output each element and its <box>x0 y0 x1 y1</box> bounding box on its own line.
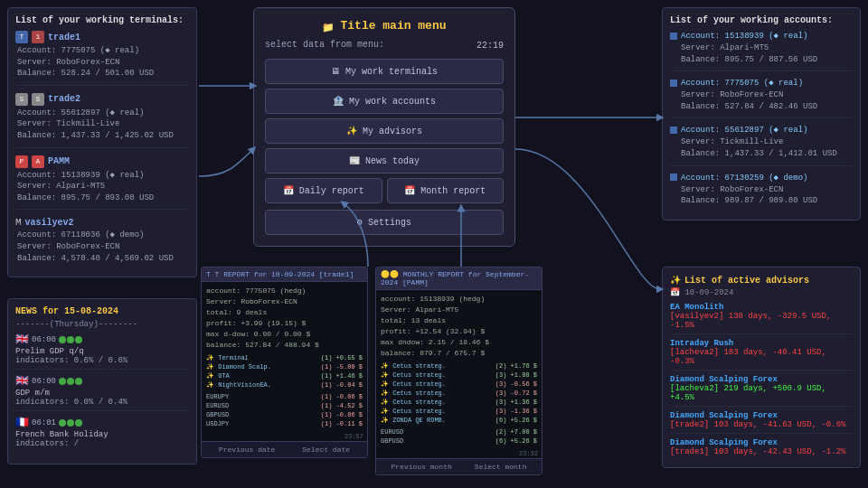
advisor-name: Diamond Scalping Forex <box>670 438 853 447</box>
terminal-item: M vasilyev2 Account: 67118036 (◆ demo) S… <box>15 217 189 269</box>
monthly-label: Month report <box>420 186 486 196</box>
folder-icon: 📁 <box>322 22 335 33</box>
news-item: 🇬🇧 06:00 GDP m/m indicators: 0.0% / 0.4% <box>15 374 189 411</box>
news-dots <box>59 378 82 385</box>
daily-report-button[interactable]: 📅 Daily report <box>265 178 382 203</box>
pair-name: EURUSD <box>206 402 229 409</box>
advisors-title: ✨ List of active advisors <box>670 275 853 286</box>
report-line: balance: 879.7 / 675.7 $ <box>381 348 537 359</box>
news-indicator: indicators: 0.6% / 0.6% <box>15 356 189 365</box>
advisor-name: ✨ Cetus strateg. <box>381 362 446 370</box>
accounts-menu-icon: 🏦 <box>333 96 344 107</box>
daily-report-header: T T REPORT for 10-09-2024 [trade1] <box>202 267 367 282</box>
pair-name: EURUSD <box>381 428 403 436</box>
settings-button[interactable]: ⚙ Settings <box>265 210 504 235</box>
select-date-button[interactable]: Select date <box>302 446 350 454</box>
report-line: balance: 527.84 / 488.94 $ <box>206 340 363 351</box>
advisor-name: ✨ GTA <box>206 372 230 380</box>
report-line: profit: +3.99 (19.15) $ <box>206 318 363 329</box>
account-name: Account: 7775075 (◆ real) <box>681 78 803 88</box>
monthly-report-title: MONTHLY REPORT for September-2024 [PAMM] <box>381 270 529 286</box>
left-terminals-panel: List of your working terminals: T 1 trad… <box>7 7 197 277</box>
pair-row: USDJPY (1) -0.11 $ <box>206 419 363 428</box>
select-month-button[interactable]: Select month <box>475 463 527 471</box>
advisor-val: (3) -0.56 $ <box>495 380 537 388</box>
advisor-val: (1) -5.08 $ <box>321 363 363 371</box>
advisor-val: (6) +5.26 $ <box>495 417 537 424</box>
report-line: max dndow: 2.15 / 18.46 $ <box>381 337 537 348</box>
news-label: News today <box>365 156 420 166</box>
news-text: Prelim GDP q/q <box>15 347 189 356</box>
terminals-label: My work terminals <box>345 67 438 77</box>
account-name: Account: 55612897 (◆ real) <box>681 125 807 135</box>
account-item: Account: 7775075 (◆ real) Server: RoboFo… <box>670 78 853 118</box>
advisors-button[interactable]: ✨ My advisors <box>265 118 504 144</box>
advisor-name: Intraday Rush <box>670 339 853 348</box>
advisor-row: ✨ Diamond Scalp. (1) -5.08 $ <box>206 362 363 371</box>
account-detail: Server: RoboForex-ECN Balance: 527.84 / … <box>670 89 853 112</box>
account-detail: Server: Tickmill-Live Balance: 1,437.33 … <box>670 136 853 159</box>
advisor-row: ✨ GTA (1) +1.46 $ <box>206 371 363 380</box>
advisor-name: ✨ Diamond Scalp. <box>206 363 271 371</box>
advisor-val: (1) -0.04 $ <box>321 381 363 389</box>
report-line: account: 15138939 (hedg) <box>381 294 537 305</box>
news-time: 06:01 <box>32 418 56 427</box>
terminal-detail: Account: 67118036 (◆ demo) Server: RoboF… <box>15 230 189 264</box>
advisors-section: ✨ Terminal (1) +0.55 $ ✨ Diamond Scalp. … <box>206 353 363 389</box>
daily-icon: 📅 <box>283 185 294 196</box>
pairs-section: EURUSD (2) +7.00 $ GBPUSD (6) +5.26 $ <box>381 427 537 446</box>
pair-name: GBPUSD <box>206 411 229 418</box>
daily-label: Daily report <box>299 186 364 196</box>
advisor-row: ✨ Cetus strateg. (3) -0.56 $ <box>381 380 537 389</box>
pair-val: (2) +7.00 $ <box>495 428 537 436</box>
terminals-button[interactable]: 🖥 My work terminals <box>265 59 504 84</box>
advisor-name: ✨ NightVisionEA. <box>206 381 271 389</box>
news-time: 06:00 <box>32 377 56 386</box>
daily-report-panel: T T REPORT for 10-09-2024 [trade1] accou… <box>201 267 368 458</box>
terminal-detail: Account: 55612897 (◆ real) Server: Tickm… <box>15 108 189 142</box>
news-dots <box>59 419 82 427</box>
advisor-row: ✨ Cetus strateg. (3) -0.72 $ <box>381 389 537 398</box>
prev-date-button[interactable]: Previous date <box>219 446 275 454</box>
terminal-item: T 1 trade1 Account: 7775075 (◆ real) Ser… <box>15 31 189 86</box>
advisor-val: (2) +1.76 $ <box>495 362 537 370</box>
advisor-item: EA Monolith [vasilyev2] 130 days, -329.5… <box>670 303 853 334</box>
accounts-button[interactable]: 🏦 My work accounts <box>265 89 504 114</box>
account-item: Account: 67130259 (◆ demo) Server: RoboF… <box>670 173 853 212</box>
gear-icon: ⚙ <box>357 217 363 228</box>
advisor-name: ✨ Cetus strateg. <box>381 399 446 406</box>
accounts-panel-title: List of your working accounts: <box>670 15 853 25</box>
terminals-panel-title: List of your working terminals: <box>15 15 189 25</box>
advisor-val: (3) -1.36 $ <box>495 408 537 415</box>
main-menu-panel: 📁 Title main menu select data from menu:… <box>253 7 515 247</box>
report-line: total: 13 deals <box>381 315 537 326</box>
advisors-panel: ✨ List of active advisors 📅 10-09-2024 E… <box>662 267 861 468</box>
menu-subtitle: select data from menu: <box>265 40 384 50</box>
terminal-icon: M <box>15 217 22 228</box>
account-square-icon <box>670 127 677 134</box>
advisor-val: (3) +1.36 $ <box>495 399 537 406</box>
advisors-date: 📅 10-09-2024 <box>670 287 853 297</box>
news-button[interactable]: 📰 News today <box>265 148 504 174</box>
advisor-name: ✨ Cetus strateg. <box>381 380 446 388</box>
terminal-icon-2: S <box>32 93 44 106</box>
advisor-row: ✨ Cetus strateg. (3) +1.36 $ <box>381 398 537 407</box>
pair-row: GBPUSD (1) -0.86 $ <box>206 410 363 419</box>
pair-name: GBPUSD <box>381 437 403 445</box>
pair-row: EURUSD (1) -4.52 $ <box>206 401 363 410</box>
accounts-label: My work accounts <box>349 97 436 107</box>
news-text: GDP m/m <box>15 389 189 398</box>
daily-report-title: REPORT for 10-09-2024 [trade1] <box>223 270 354 278</box>
advisor-item: Diamond Scalping Forex [trade2] 103 days… <box>670 411 853 434</box>
advisor-val: (3) -0.72 $ <box>495 389 537 397</box>
advisor-val: (1) +1.46 $ <box>321 372 363 380</box>
prev-month-button[interactable]: Previous month <box>392 463 452 471</box>
flag-icon: 🇬🇧 <box>15 333 29 346</box>
report-icons: T T <box>206 270 219 278</box>
terminal-item: S S trade2 Account: 55612897 (◆ real) Se… <box>15 93 189 148</box>
advisors-label: My advisors <box>363 127 422 136</box>
news-item: 🇬🇧 06:00 Prelim GDP q/q indicators: 0.6%… <box>15 333 189 370</box>
daily-report-content: account: 7775075 (hedg) Server: RoboFore… <box>202 282 367 432</box>
account-name: Account: 67130259 (◆ demo) <box>681 173 807 183</box>
monthly-report-button[interactable]: 📅 Month report <box>387 178 505 203</box>
